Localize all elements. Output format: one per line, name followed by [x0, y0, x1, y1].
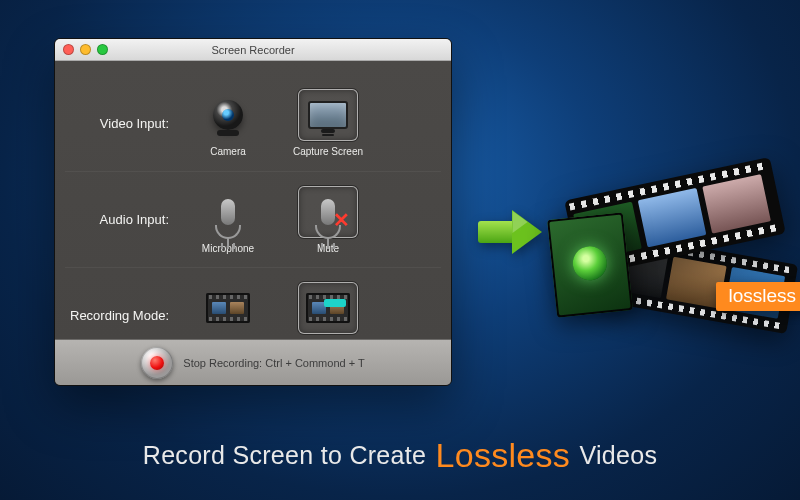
video-input-label: Video Input:: [65, 116, 183, 131]
window-zoom-button[interactable]: [97, 44, 108, 55]
audio-input-label: Audio Input:: [65, 212, 183, 227]
lossless-badge: lossless: [716, 282, 800, 311]
film-lossless-icon: [306, 293, 350, 323]
filmstrip-graphic: lossless: [554, 170, 794, 350]
audio-input-row: Audio Input: Microphone ✕ Mute: [65, 171, 441, 267]
tagline-em: Lossless: [433, 436, 572, 474]
stop-recording-hint: Stop Recording: Ctrl + Commond + T: [183, 357, 364, 369]
video-option-capture-screen[interactable]: Capture Screen: [289, 89, 367, 157]
window-minimize-button[interactable]: [80, 44, 91, 55]
audio-option-mute[interactable]: ✕ Mute: [289, 186, 367, 254]
audio-option-microphone[interactable]: Microphone: [189, 186, 267, 254]
tagline-post: Videos: [572, 441, 657, 469]
window-title: Screen Recorder: [55, 44, 451, 56]
record-button[interactable]: [141, 347, 173, 379]
poster-thumb: [547, 212, 633, 317]
film-icon: [206, 293, 250, 323]
record-footer: Stop Recording: Ctrl + Commond + T: [55, 339, 451, 385]
video-option-camera[interactable]: Camera: [189, 89, 267, 157]
arrow-right-icon: [478, 210, 548, 254]
microphone-mute-icon: ✕: [321, 199, 335, 225]
video-option-capture-label: Capture Screen: [293, 146, 363, 157]
audio-option-mute-label: Mute: [317, 243, 339, 254]
record-icon: [150, 356, 164, 370]
recording-mode-label: Recording Mode:: [65, 308, 183, 323]
audio-option-microphone-label: Microphone: [202, 243, 254, 254]
settings-panel: Video Input: Camera Capture Screen Audio…: [55, 61, 451, 339]
marketing-tagline: Record Screen to Create Lossless Videos: [0, 433, 800, 472]
tagline-pre: Record Screen to Create: [143, 441, 434, 469]
window-titlebar: Screen Recorder: [55, 39, 451, 61]
screen-recorder-window: Screen Recorder Video Input: Camera Capt…: [54, 38, 452, 386]
camera-icon: [213, 100, 243, 130]
mute-x-icon: ✕: [333, 213, 349, 229]
microphone-icon: [221, 199, 235, 225]
video-input-row: Video Input: Camera Capture Screen: [65, 75, 441, 171]
window-close-button[interactable]: [63, 44, 74, 55]
monitor-icon: [308, 101, 348, 129]
video-option-camera-label: Camera: [210, 146, 246, 157]
